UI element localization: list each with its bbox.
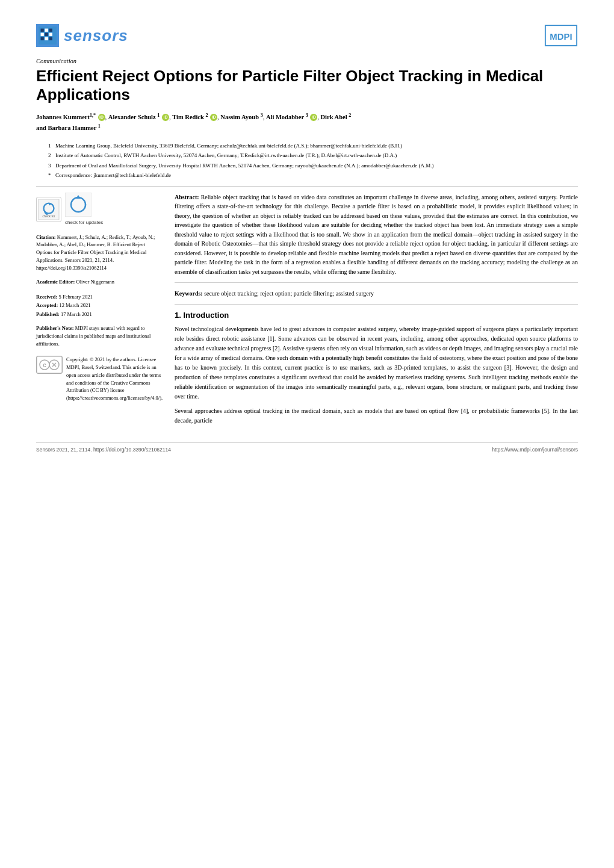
svg-rect-8 <box>45 37 48 40</box>
divider-3 <box>175 304 578 305</box>
svg-text:check for: check for <box>42 214 55 218</box>
svg-rect-6 <box>49 33 52 36</box>
correspondence: * Correspondence: jkummert@techfak.uni-b… <box>48 172 578 180</box>
svg-rect-2 <box>45 29 48 32</box>
footer-url: https://www.mdpi.com/journal/sensors <box>492 447 578 453</box>
check-updates-text: check for updates <box>65 193 103 226</box>
right-column: Abstract: Reliable object tracking that … <box>175 193 578 431</box>
svg-rect-4 <box>41 33 44 36</box>
svg-text:c: c <box>43 362 46 368</box>
svg-rect-5 <box>45 33 48 36</box>
header: sensors MDPI <box>36 24 578 47</box>
orcid-5: iD <box>310 114 317 121</box>
orcid-1: iD <box>98 114 105 121</box>
svg-rect-1 <box>41 29 44 32</box>
article-section-label: Communication Efficient Reject Options f… <box>36 58 578 104</box>
keywords-section: Keywords: secure object tracking; reject… <box>175 289 578 298</box>
orcid-2: iD <box>162 114 169 121</box>
check-updates-icon: check for <box>36 197 61 222</box>
introduction-section: 1. Introduction Novel technological deve… <box>175 311 578 426</box>
abstract-section: Abstract: Reliable object tracking that … <box>175 193 578 277</box>
author-1: Johannes Kummert1,* <box>36 114 96 120</box>
author-6: Dirk Abel 2 <box>321 114 352 120</box>
dates-block: Received: 5 February 2021 Accepted: 12 M… <box>36 293 163 318</box>
divider-2 <box>175 282 578 283</box>
svg-rect-3 <box>49 29 52 32</box>
journal-logo: sensors <box>36 24 128 47</box>
mdpi-logo: MDPI <box>544 24 578 47</box>
affiliation-1: 1 Machine Learning Group, Bielefeld Univ… <box>48 142 578 150</box>
page: sensors MDPI Communication Efficient Rej… <box>0 0 614 868</box>
author-5: Ali Modabber 3 <box>266 114 308 120</box>
citation-box: Citation: Kummert, J.; Schulz, A.; Redic… <box>36 234 163 272</box>
copyright-text: Copyright: © 2021 by the authors. Licens… <box>66 356 163 402</box>
divider-1 <box>36 186 578 187</box>
author-3: Tim Redick 2 <box>172 114 208 120</box>
logo-icon <box>36 24 59 47</box>
intro-para-1: Novel technological developments have le… <box>175 324 578 401</box>
introduction-heading: 1. Introduction <box>175 311 578 320</box>
left-column: check for check for updates <box>36 193 163 431</box>
cc-icon: c <box>36 356 63 374</box>
affiliations-block: 1 Machine Learning Group, Bielefeld Univ… <box>36 142 578 180</box>
svg-text:MDPI: MDPI <box>550 31 572 42</box>
article-title: Efficient Reject Options for Particle Fi… <box>36 67 578 104</box>
check-updates-label: check for updates <box>65 220 103 226</box>
authors-block: Johannes Kummert1,* iD, Alexander Schulz… <box>36 111 578 134</box>
cc-license: c Copyright: © 2021 by the authors. Lice… <box>36 356 163 402</box>
intro-para-2: Several approaches address optical track… <box>175 406 578 426</box>
affiliation-3: 3 Department of Oral and Maxillofacial S… <box>48 162 578 170</box>
publisher-note: Publisher's Note: MDPI stays neutral wit… <box>36 324 163 347</box>
academic-editor: Academic Editor: Oliver Niggemann <box>36 277 163 286</box>
footer-journal-ref: Sensors 2021, 21, 2114. https://doi.org/… <box>36 447 171 453</box>
author-7-label: and Barbara Hammer 1 <box>36 125 101 131</box>
orcid-3: iD <box>210 114 217 121</box>
journal-name: sensors <box>64 26 128 45</box>
two-column-layout: check for check for updates <box>36 193 578 431</box>
affiliation-2: 2 Institute of Automatic Control, RWTH A… <box>48 152 578 160</box>
footer: Sensors 2021, 21, 2114. https://doi.org/… <box>36 442 578 453</box>
author-4: Nassim Ayoub 3 <box>220 114 262 120</box>
check-updates-badge: check for check for updates <box>36 193 163 226</box>
svg-rect-7 <box>41 37 44 40</box>
svg-rect-9 <box>49 37 52 40</box>
author-2: Alexander Schulz 1 <box>108 114 160 120</box>
